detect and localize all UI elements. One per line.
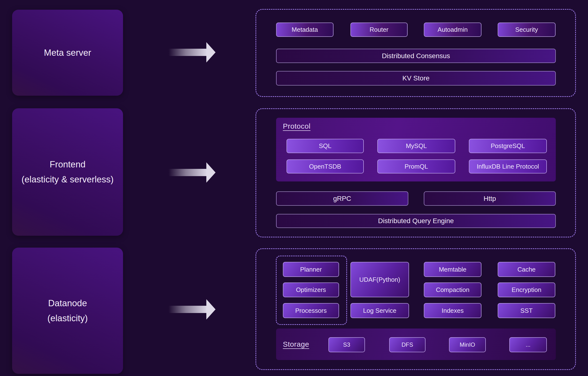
datanode-label-line1: Datanode xyxy=(48,296,87,311)
arrow-shaft xyxy=(168,49,207,56)
autoadmin-node: Autoadmin xyxy=(424,22,482,37)
distributed-consensus-bar: Distributed Consensus xyxy=(276,49,556,63)
datanode-section: Planner Optimizers Processors UDAF(Pytho… xyxy=(255,248,576,370)
processors-node: Processors xyxy=(283,303,339,318)
log-service-node: Log Service xyxy=(350,303,409,318)
storage-label: Storage xyxy=(283,340,309,348)
kv-store-bar: KV Store xyxy=(276,71,556,86)
minio-node: MinIO xyxy=(449,337,486,352)
compaction-node: Compaction xyxy=(424,282,482,297)
http-bar: Http xyxy=(424,191,556,206)
security-node: Security xyxy=(498,22,556,37)
memtable-node: Memtable xyxy=(424,262,482,277)
datanode-label-line2: (elasticity) xyxy=(47,311,88,326)
meta-server-label: Meta server xyxy=(44,45,91,60)
arrow-shaft xyxy=(168,169,207,176)
influxdb-line-protocol-node: InfluxDB Line Protocol xyxy=(469,159,547,173)
frontend-label-line1: Frontend xyxy=(50,157,85,172)
meta-server-section: Metadata Router Autoadmin Security Distr… xyxy=(255,9,576,97)
optimizers-node: Optimizers xyxy=(283,282,339,297)
architecture-diagram: Meta server Frontend (elasticity & serve… xyxy=(0,0,588,376)
promql-node: PromQL xyxy=(377,159,455,173)
protocol-label: Protocol xyxy=(283,122,310,130)
protocol-panel: Protocol SQL MySQL PostgreSQL OpenTSDB P… xyxy=(276,118,556,182)
sql-node: SQL xyxy=(286,139,364,153)
distributed-query-engine-bar: Distributed Query Engine xyxy=(276,214,556,228)
arrow-datanode-icon xyxy=(168,299,216,320)
grpc-bar: gRPC xyxy=(276,191,408,206)
arrow-frontend-icon xyxy=(168,162,216,183)
s3-node: S3 xyxy=(328,337,365,352)
storage-panel: Storage S3 DFS MinIO ... xyxy=(276,329,556,360)
sst-node: SST xyxy=(498,303,555,318)
indexes-node: Indexes xyxy=(424,303,482,318)
router-node: Router xyxy=(350,22,408,37)
udaf-python-node: UDAF(Python) xyxy=(350,262,409,297)
postgresql-node: PostgreSQL xyxy=(469,139,547,153)
frontend-label-line2: (elasticity & serverless) xyxy=(21,172,114,187)
metadata-node: Metadata xyxy=(276,22,334,37)
arrow-head xyxy=(206,42,216,63)
mysql-node: MySQL xyxy=(377,139,455,153)
planner-node: Planner xyxy=(283,262,339,277)
encryption-node: Encryption xyxy=(498,282,555,297)
other-storage-node: ... xyxy=(509,337,547,352)
datanode-box: Datanode (elasticity) xyxy=(12,247,123,374)
frontend-box: Frontend (elasticity & serverless) xyxy=(12,108,123,236)
arrow-meta-icon xyxy=(168,42,216,63)
arrow-head xyxy=(206,299,216,320)
arrow-shaft xyxy=(168,306,207,313)
arrow-head xyxy=(206,162,216,183)
cache-node: Cache xyxy=(498,262,555,277)
meta-server-box: Meta server xyxy=(12,10,123,96)
opentsdb-node: OpenTSDB xyxy=(286,159,364,173)
dfs-node: DFS xyxy=(389,337,426,352)
frontend-section: Protocol SQL MySQL PostgreSQL OpenTSDB P… xyxy=(255,108,576,237)
